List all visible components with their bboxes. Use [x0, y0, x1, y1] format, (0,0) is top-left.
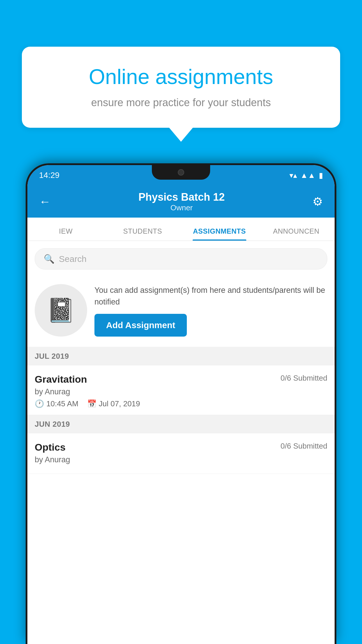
- batch-role: Owner: [54, 203, 310, 212]
- back-button[interactable]: ←: [36, 192, 54, 211]
- assignment-author: by Anurag: [35, 387, 327, 396]
- screen-content: 14:29 ▾▴ ▲▲ ▮ ← Physics Batch 12 Owner ⚙: [27, 165, 335, 644]
- tab-assignments[interactable]: ASSIGNMENTS: [181, 227, 258, 241]
- battery-icon: ▮: [319, 171, 323, 180]
- add-assignment-button[interactable]: Add Assignment: [94, 314, 187, 337]
- section-header-jun: JUN 2019: [27, 415, 335, 433]
- content-area: 🔍 Search 📓 You can add assignment(s) fro…: [27, 241, 335, 644]
- calendar-icon: 📅: [87, 399, 96, 408]
- assignment-row-top: Gravitation 0/6 Submitted: [35, 374, 327, 385]
- tabs-bar: IEW STUDENTS ASSIGNMENTS ANNOUNCEN: [27, 218, 335, 241]
- assignment-icon-circle: 📓: [35, 284, 87, 337]
- batch-title: Physics Batch 12: [54, 191, 310, 203]
- clock-icon: 🕐: [35, 399, 44, 408]
- meta-time: 🕐 10:45 AM: [35, 399, 78, 408]
- tab-iew[interactable]: IEW: [27, 227, 104, 241]
- assignment-meta: 🕐 10:45 AM 📅 Jul 07, 2019: [35, 399, 327, 408]
- promo-subtitle: ensure more practice for your students: [45, 97, 317, 109]
- signal-icon: ▲▲: [301, 171, 315, 180]
- notch: [152, 165, 210, 180]
- phone-inner: 14:29 ▾▴ ▲▲ ▮ ← Physics Batch 12 Owner ⚙: [27, 165, 335, 644]
- optics-submitted: 0/6 Submitted: [281, 442, 327, 451]
- speech-bubble: Online assignments ensure more practice …: [22, 47, 340, 128]
- optics-author: by Anurag: [35, 455, 327, 464]
- status-time: 14:29: [39, 171, 59, 180]
- notebook-icon: 📓: [46, 297, 75, 324]
- assignment-row-top-optics: Optics 0/6 Submitted: [35, 442, 327, 453]
- search-placeholder: Search: [59, 254, 87, 264]
- camera-dot: [178, 169, 184, 176]
- assignment-time: 10:45 AM: [46, 399, 78, 408]
- section-header-jul: JUL 2019: [27, 347, 335, 365]
- cta-right: You can add assignment(s) from here and …: [94, 284, 327, 337]
- assignment-submitted: 0/6 Submitted: [281, 374, 327, 383]
- search-bar[interactable]: 🔍 Search: [35, 248, 327, 270]
- assignment-date: Jul 07, 2019: [99, 399, 140, 408]
- header-center: Physics Batch 12 Owner: [54, 191, 310, 212]
- status-icons: ▾▴ ▲▲ ▮: [289, 171, 323, 180]
- tab-students[interactable]: STUDENTS: [104, 227, 181, 241]
- promo-container: Online assignments ensure more practice …: [22, 47, 340, 128]
- phone-frame: 14:29 ▾▴ ▲▲ ▮ ← Physics Batch 12 Owner ⚙: [26, 163, 336, 644]
- cta-description: You can add assignment(s) from here and …: [94, 284, 327, 308]
- cta-block: 📓 You can add assignment(s) from here an…: [27, 275, 335, 347]
- tab-announcements[interactable]: ANNOUNCEN: [258, 227, 335, 241]
- settings-gear-icon[interactable]: ⚙: [310, 192, 326, 211]
- assignment-optics[interactable]: Optics 0/6 Submitted by Anurag: [27, 433, 335, 474]
- wifi-icon: ▾▴: [289, 171, 297, 180]
- meta-date: 📅 Jul 07, 2019: [87, 399, 140, 408]
- search-icon: 🔍: [44, 254, 55, 264]
- assignment-gravitation[interactable]: Gravitation 0/6 Submitted by Anurag 🕐 10…: [27, 365, 335, 415]
- assignment-name: Gravitation: [35, 374, 87, 385]
- optics-name: Optics: [35, 442, 66, 453]
- promo-title: Online assignments: [45, 64, 317, 89]
- app-header: ← Physics Batch 12 Owner ⚙: [27, 186, 335, 218]
